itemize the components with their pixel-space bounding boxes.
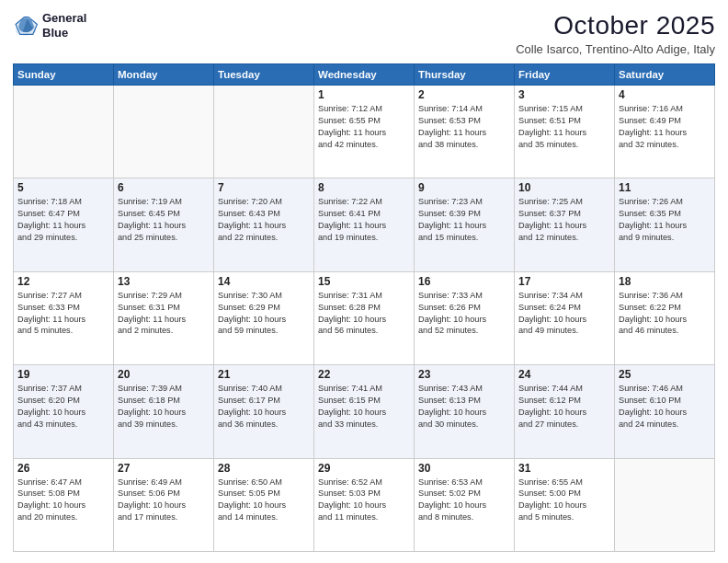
cell-text: Daylight: 10 hours (118, 500, 210, 511)
col-monday: Monday (114, 64, 214, 86)
cell-text: and 32 minutes. (619, 139, 711, 151)
table-row: 26Sunrise: 6:47 AMSunset: 5:08 PMDayligh… (14, 458, 114, 551)
cell-text: and 8 minutes. (418, 511, 510, 523)
table-row: 31Sunrise: 6:55 AMSunset: 5:00 PMDayligh… (515, 458, 615, 551)
table-row: 7Sunrise: 7:20 AMSunset: 6:43 PMDaylight… (214, 178, 314, 271)
cell-text: Sunrise: 7:46 AM (619, 383, 711, 395)
cell-text: and 52 minutes. (418, 325, 510, 337)
cell-text: Sunrise: 7:37 AM (17, 383, 109, 395)
cell-text: Sunset: 6:33 PM (17, 302, 109, 314)
cell-text: Daylight: 11 hours (619, 127, 711, 139)
cell-text: Sunrise: 7:16 AM (619, 103, 711, 115)
table-row: 1Sunrise: 7:12 AMSunset: 6:55 PMDaylight… (314, 86, 415, 178)
cell-text: Sunset: 6:13 PM (418, 395, 510, 407)
cell-text: Sunrise: 7:31 AM (318, 290, 410, 302)
header: General Blue October 2025 Colle Isarco, … (13, 11, 715, 56)
cell-text: Sunrise: 6:50 AM (218, 477, 310, 488)
cell-text: Daylight: 11 hours (318, 220, 410, 232)
cell-text: Sunset: 6:37 PM (518, 208, 610, 220)
cell-text: Sunrise: 7:36 AM (619, 290, 711, 302)
table-row: 3Sunrise: 7:15 AMSunset: 6:51 PMDaylight… (515, 86, 615, 178)
table-row: 21Sunrise: 7:40 AMSunset: 6:17 PMDayligh… (214, 365, 314, 458)
cell-text: Sunset: 6:35 PM (619, 208, 711, 220)
cell-text: Sunrise: 6:47 AM (17, 477, 109, 488)
cell-text: and 20 minutes. (17, 511, 109, 523)
col-tuesday: Tuesday (214, 64, 314, 86)
cell-text: Sunset: 5:00 PM (518, 488, 610, 500)
table-row: 12Sunrise: 7:27 AMSunset: 6:33 PMDayligh… (14, 271, 114, 364)
cell-text: Daylight: 10 hours (418, 314, 510, 326)
cell-text: and 29 minutes. (17, 232, 109, 244)
table-row: 18Sunrise: 7:36 AMSunset: 6:22 PMDayligh… (615, 271, 715, 364)
cell-text: Daylight: 11 hours (118, 314, 210, 326)
cell-text: Daylight: 10 hours (619, 314, 711, 326)
cell-text: and 15 minutes. (418, 232, 510, 244)
cell-text: Daylight: 10 hours (218, 314, 310, 326)
cell-text: Sunset: 6:53 PM (418, 115, 510, 127)
logo-icon (13, 13, 39, 39)
cell-text: Sunrise: 6:52 AM (318, 477, 410, 488)
cell-text: Daylight: 10 hours (218, 500, 310, 511)
cell-text: Sunrise: 7:39 AM (118, 383, 210, 395)
cell-text: Daylight: 11 hours (17, 220, 109, 232)
table-row: 13Sunrise: 7:29 AMSunset: 6:31 PMDayligh… (114, 271, 214, 364)
table-row: 17Sunrise: 7:34 AMSunset: 6:24 PMDayligh… (515, 271, 615, 364)
calendar-table: Sunday Monday Tuesday Wednesday Thursday… (13, 63, 715, 552)
cell-text: Daylight: 11 hours (518, 127, 610, 139)
cell-text: Sunset: 6:22 PM (619, 302, 711, 314)
col-friday: Friday (515, 64, 615, 86)
cell-text: Sunset: 6:55 PM (318, 115, 410, 127)
table-row: 16Sunrise: 7:33 AMSunset: 6:26 PMDayligh… (415, 271, 515, 364)
cell-text: and 42 minutes. (318, 139, 410, 151)
cell-text: Sunrise: 7:43 AM (418, 383, 510, 395)
table-row: 27Sunrise: 6:49 AMSunset: 5:06 PMDayligh… (114, 458, 214, 551)
table-row: 22Sunrise: 7:41 AMSunset: 6:15 PMDayligh… (314, 365, 415, 458)
cell-text: Sunrise: 6:55 AM (518, 477, 610, 488)
cell-text: Sunset: 6:39 PM (418, 208, 510, 220)
table-row (214, 86, 314, 178)
cell-text: Sunrise: 7:23 AM (418, 196, 510, 208)
cell-text: Daylight: 10 hours (518, 407, 610, 419)
cell-text: and 25 minutes. (118, 232, 210, 244)
cell-text: and 46 minutes. (619, 325, 711, 337)
cell-text: Daylight: 11 hours (17, 314, 109, 326)
cell-text: Sunrise: 7:12 AM (318, 103, 410, 115)
cell-text: and 5 minutes. (17, 325, 109, 337)
table-row: 23Sunrise: 7:43 AMSunset: 6:13 PMDayligh… (415, 365, 515, 458)
cell-text: Daylight: 10 hours (17, 500, 109, 511)
cell-text: and 2 minutes. (118, 325, 210, 337)
cell-text: Sunset: 6:24 PM (518, 302, 610, 314)
cell-text: and 11 minutes. (318, 511, 410, 523)
table-row: 25Sunrise: 7:46 AMSunset: 6:10 PMDayligh… (615, 365, 715, 458)
header-row: Sunday Monday Tuesday Wednesday Thursday… (14, 64, 715, 86)
table-row: 29Sunrise: 6:52 AMSunset: 5:03 PMDayligh… (314, 458, 415, 551)
cell-text: Sunset: 6:12 PM (518, 395, 610, 407)
cell-text: and 33 minutes. (318, 419, 410, 431)
cell-text: Daylight: 10 hours (318, 500, 410, 511)
table-row: 24Sunrise: 7:44 AMSunset: 6:12 PMDayligh… (515, 365, 615, 458)
cell-text: Sunrise: 7:20 AM (218, 196, 310, 208)
cell-text: Daylight: 10 hours (118, 407, 210, 419)
cell-text: Sunset: 6:51 PM (518, 115, 610, 127)
cell-text: Sunrise: 7:30 AM (218, 290, 310, 302)
table-row: 11Sunrise: 7:26 AMSunset: 6:35 PMDayligh… (615, 178, 715, 271)
cell-text: Daylight: 11 hours (418, 127, 510, 139)
table-row: 10Sunrise: 7:25 AMSunset: 6:37 PMDayligh… (515, 178, 615, 271)
cell-text: Sunset: 5:05 PM (218, 488, 310, 500)
cell-text: Sunrise: 7:29 AM (118, 290, 210, 302)
col-saturday: Saturday (615, 64, 715, 86)
table-row: 2Sunrise: 7:14 AMSunset: 6:53 PMDaylight… (415, 86, 515, 178)
col-sunday: Sunday (14, 64, 114, 86)
cell-text: and 49 minutes. (518, 325, 610, 337)
cell-text: Daylight: 10 hours (218, 407, 310, 419)
cell-text: Sunset: 5:03 PM (318, 488, 410, 500)
cell-text: and 39 minutes. (118, 419, 210, 431)
cell-text: Sunrise: 7:14 AM (418, 103, 510, 115)
cell-text: Sunset: 6:26 PM (418, 302, 510, 314)
cell-text: Daylight: 11 hours (318, 127, 410, 139)
cell-text: and 19 minutes. (318, 232, 410, 244)
cell-text: and 43 minutes. (17, 419, 109, 431)
cell-text: and 56 minutes. (318, 325, 410, 337)
table-row: 20Sunrise: 7:39 AMSunset: 6:18 PMDayligh… (114, 365, 214, 458)
cell-text: Daylight: 11 hours (218, 220, 310, 232)
